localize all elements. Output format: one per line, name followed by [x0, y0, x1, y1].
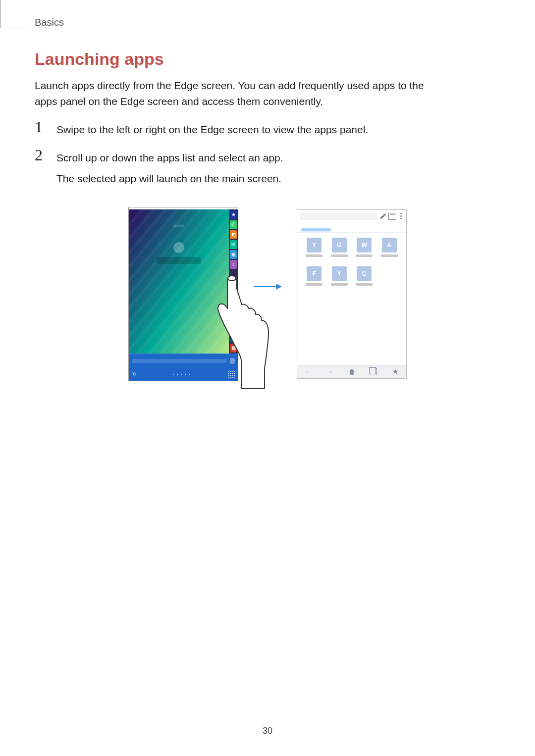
step-text-extra: The selected app will launch on the main…: [56, 171, 283, 187]
url-field: [300, 213, 377, 220]
globe-icon: ◉: [230, 250, 237, 259]
clock-widget: ∙∙∙∙: [173, 220, 184, 232]
settings-icon: ▦: [230, 344, 237, 353]
phone-icon: ✆: [230, 220, 237, 229]
home-icon: [348, 368, 355, 375]
edge-apps-panel: ★ ✆ ◩ ✉ ◉ ♪ ▶ ▦: [229, 209, 238, 353]
back-icon: ←: [305, 368, 312, 375]
phone-dock-icon: ✆: [132, 371, 136, 377]
bookmark-tile: A: [378, 238, 401, 263]
step-list: 1 Swipe to the left or right on the Edge…: [35, 119, 500, 187]
music-icon: ♪: [230, 260, 237, 269]
dock-bar: ✆ • ● • • •: [129, 368, 238, 381]
bookmark-tile: Y: [303, 238, 325, 263]
bookmark-grid: Y G W A F Y C: [297, 233, 406, 365]
browser-navbar: ← →: [297, 365, 406, 378]
step-number: 2: [35, 147, 53, 163]
phone-edge-screen: ∙∙∙∙ ∙∙∙∙∙∙ ★ ✆ ◩ ✉ ◉ ♪ ▶ ▦: [128, 207, 238, 381]
quick-access-label: [297, 223, 406, 233]
home-wallpaper: ∙∙∙∙ ∙∙∙∙∙∙: [129, 209, 229, 353]
step-2: 2 Scroll up or down the apps list and se…: [35, 147, 500, 187]
bookmark-tile: W: [353, 238, 375, 263]
video-icon: ▶: [230, 334, 237, 343]
step-text: Swipe to the left or right on the Edge s…: [56, 119, 368, 138]
page-dots: • ● • • •: [140, 373, 224, 376]
step-1: 1 Swipe to the left or right on the Edge…: [35, 119, 500, 138]
illustration: ∙∙∙∙ ∙∙∙∙∙∙ ★ ✆ ◩ ✉ ◉ ♪ ▶ ▦: [35, 207, 500, 381]
search-bar: [129, 353, 238, 368]
arrow-right-icon: [253, 282, 282, 292]
apps-grid-icon: [228, 371, 235, 378]
browser-quick-access: 🎤 Y G W A F Y C ← →: [297, 209, 407, 379]
intro-paragraph: Launch apps directly from the Edge scree…: [35, 78, 441, 109]
mail-icon: ✉: [230, 240, 237, 249]
mic-icon: 🎤: [379, 213, 386, 220]
bookmark-star-icon: [392, 368, 399, 375]
tabs-icon: [388, 213, 396, 220]
step-number: 1: [35, 119, 53, 135]
browser-toolbar: 🎤: [297, 210, 406, 223]
section-heading: Launching apps: [35, 50, 500, 69]
page-number: 30: [0, 726, 535, 736]
bookmark-tile: G: [328, 238, 351, 263]
weather-widget: [173, 242, 184, 253]
pages-icon: [370, 368, 377, 375]
bookmark-tile: F: [303, 266, 325, 292]
info-widget: [157, 257, 201, 264]
step-text: Scroll up or down the apps list and sele…: [56, 147, 283, 187]
breadcrumb: Basics: [35, 17, 64, 28]
forward-icon: →: [326, 368, 333, 375]
contact-icon: ◩: [230, 230, 237, 239]
svg-marker-2: [276, 284, 282, 290]
bookmark-tile: C: [353, 266, 375, 292]
bookmark-tile: Y: [328, 266, 351, 292]
header-corner-rule: [0, 0, 28, 28]
date-widget: ∙∙∙∙∙∙: [176, 233, 182, 237]
mic-icon: [230, 358, 235, 364]
more-menu-icon: [398, 213, 403, 219]
star-icon: ★: [230, 210, 237, 219]
step-text-main: Scroll up or down the apps list and sele…: [56, 152, 283, 163]
